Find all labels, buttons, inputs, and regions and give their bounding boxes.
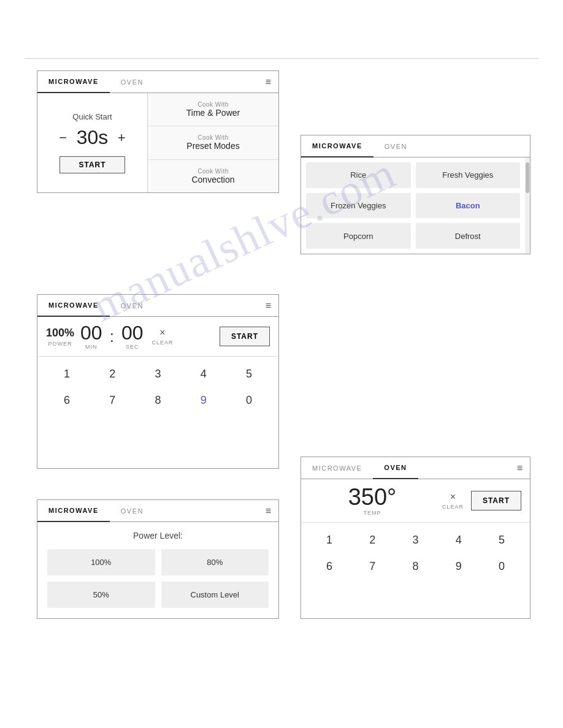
- power-80[interactable]: 80%: [161, 549, 269, 575]
- quickstart-title: Quick Start: [72, 112, 112, 121]
- keypad-display: 100% POWER 00 MIN : 00 SEC × CLEAR START: [37, 317, 278, 357]
- panel5-header: MICROWAVE OVEN ≡: [301, 457, 530, 479]
- panel2-tab-microwave[interactable]: MICROWAVE: [301, 136, 373, 157]
- quickstart-time-row: − 30s +: [56, 126, 129, 149]
- preset-scrollbar[interactable]: [525, 157, 530, 254]
- panel1-body: Quick Start − 30s + START Cook With Time…: [37, 93, 278, 192]
- keypad-sec-block: 00 SEC: [121, 323, 144, 350]
- quickstart-minus[interactable]: −: [56, 130, 71, 146]
- panel1-header: MICROWAVE OVEN ≡: [37, 71, 278, 93]
- cook-option-time-power[interactable]: Cook With Time & Power: [148, 93, 278, 126]
- oven-temp-label: TEMP: [363, 510, 381, 516]
- key-6[interactable]: 6: [46, 389, 88, 412]
- menu-icon-5[interactable]: ≡: [517, 463, 523, 474]
- keypad-sec-label: SEC: [126, 344, 139, 350]
- menu-icon-1[interactable]: ≡: [266, 77, 271, 88]
- key-0[interactable]: 0: [228, 389, 270, 412]
- panel4-tab-microwave[interactable]: MICROWAVE: [37, 501, 110, 522]
- quickstart-left: Quick Start − 30s + START: [37, 93, 148, 192]
- oven-temp-block: 350° TEMP: [310, 485, 435, 516]
- oven-start-button[interactable]: START: [471, 491, 521, 510]
- oven-key-2[interactable]: 2: [353, 529, 392, 552]
- keypad-power: 100% POWER: [46, 327, 74, 347]
- oven-clear-section[interactable]: × CLEAR: [442, 491, 464, 510]
- preset-fresh-veggies[interactable]: Fresh Veggies: [416, 162, 521, 188]
- oven-key-4[interactable]: 4: [439, 529, 478, 552]
- quickstart-start-button[interactable]: START: [59, 156, 124, 173]
- panel-quickstart: MICROWAVE OVEN ≡ Quick Start − 30s + STA…: [37, 70, 279, 193]
- oven-key-9[interactable]: 9: [439, 555, 478, 578]
- oven-key-3[interactable]: 3: [396, 529, 435, 552]
- preset-popcorn[interactable]: Popcorn: [306, 223, 411, 249]
- panel4-body: Power Level: 100% 80% 50% Custom Level: [37, 522, 278, 616]
- menu-icon-4[interactable]: ≡: [266, 506, 271, 517]
- quickstart-right: Cook With Time & Power Cook With Preset …: [148, 93, 278, 192]
- power-title: Power Level:: [47, 531, 269, 540]
- preset-defrost[interactable]: Defrost: [416, 223, 521, 249]
- panel-oven: MICROWAVE OVEN ≡ 350° TEMP × CLEAR START…: [301, 457, 530, 619]
- oven-key-6[interactable]: 6: [310, 555, 349, 578]
- cook-option-name-3: Convection: [191, 175, 234, 184]
- cook-option-name-2: Preset Modes: [186, 141, 239, 151]
- preset-bacon[interactable]: Bacon: [416, 193, 521, 219]
- oven-clear-label: CLEAR: [442, 504, 464, 510]
- oven-key-5[interactable]: 5: [482, 529, 521, 552]
- keypad-power-label: POWER: [48, 341, 72, 347]
- panel3-tab-oven[interactable]: OVEN: [110, 295, 155, 316]
- key-4[interactable]: 4: [183, 363, 224, 385]
- panel1-tab-oven[interactable]: OVEN: [110, 71, 155, 93]
- key-5[interactable]: 5: [228, 363, 270, 385]
- oven-key-0[interactable]: 0: [482, 555, 521, 578]
- keypad-colon: :: [110, 327, 114, 346]
- panel5-tab-oven[interactable]: OVEN: [373, 458, 418, 479]
- panel4-tab-oven[interactable]: OVEN: [110, 500, 155, 521]
- power-100[interactable]: 100%: [47, 549, 155, 575]
- oven-key-8[interactable]: 8: [396, 555, 435, 578]
- key-7[interactable]: 7: [91, 389, 133, 412]
- panel2-header: MICROWAVE OVEN: [301, 135, 530, 157]
- quickstart-plus[interactable]: +: [114, 130, 129, 146]
- key-8[interactable]: 8: [137, 389, 178, 412]
- oven-keypad-grid: 1 2 3 4 5 6 7 8 9 0: [301, 523, 530, 584]
- power-grid: 100% 80% 50% Custom Level: [47, 549, 269, 608]
- panel2-body: Rice Fresh Veggies Frozen Veggies Bacon …: [301, 157, 530, 254]
- panel3-header: MICROWAVE OVEN ≡: [37, 295, 278, 317]
- cook-option-name-1: Time & Power: [186, 108, 240, 118]
- power-custom[interactable]: Custom Level: [161, 582, 269, 608]
- panel-power: MICROWAVE OVEN ≡ Power Level: 100% 80% 5…: [37, 499, 279, 619]
- preset-rice[interactable]: Rice: [306, 162, 411, 188]
- cook-with-label-2: Cook With: [197, 134, 229, 141]
- power-50[interactable]: 50%: [47, 582, 155, 608]
- preset-frozen-veggies[interactable]: Frozen Veggies: [306, 193, 411, 219]
- top-divider: [25, 58, 538, 59]
- oven-temp-val: 350°: [348, 485, 397, 509]
- keypad-power-val: 100%: [46, 327, 74, 339]
- key-1[interactable]: 1: [46, 363, 88, 385]
- preset-grid: Rice Fresh Veggies Frozen Veggies Bacon …: [301, 157, 525, 254]
- oven-display: 350° TEMP × CLEAR START: [301, 479, 530, 523]
- keypad-min-label: MIN: [85, 344, 98, 350]
- keypad-sec-val: 00: [121, 323, 144, 343]
- keypad-min-block: 00 MIN: [80, 323, 102, 350]
- quickstart-time: 30s: [77, 126, 109, 149]
- page-container: manualshlve.com MICROWAVE OVEN ≡ Quick S…: [0, 0, 563, 728]
- oven-key-7[interactable]: 7: [353, 555, 392, 578]
- oven-key-1[interactable]: 1: [310, 529, 349, 552]
- preset-scrollbar-thumb: [526, 162, 529, 193]
- panel3-tab-microwave[interactable]: MICROWAVE: [37, 295, 110, 317]
- cook-option-convection[interactable]: Cook With Convection: [148, 160, 278, 192]
- panel-preset: MICROWAVE OVEN Rice Fresh Veggies Frozen…: [301, 135, 530, 254]
- keypad-clear[interactable]: × CLEAR: [151, 327, 173, 346]
- oven-clear-icon: ×: [450, 491, 456, 502]
- menu-icon-3[interactable]: ≡: [266, 300, 271, 311]
- cook-option-preset[interactable]: Cook With Preset Modes: [148, 126, 278, 159]
- key-9[interactable]: 9: [183, 389, 224, 412]
- key-3[interactable]: 3: [137, 363, 178, 385]
- panel1-tab-microwave[interactable]: MICROWAVE: [37, 72, 110, 93]
- panel5-tab-microwave[interactable]: MICROWAVE: [301, 457, 373, 479]
- clear-icon-3: ×: [159, 327, 165, 338]
- panel2-tab-oven[interactable]: OVEN: [373, 135, 418, 157]
- keypad-start-button[interactable]: START: [220, 327, 270, 346]
- clear-label-3: CLEAR: [151, 339, 173, 346]
- key-2[interactable]: 2: [91, 363, 133, 385]
